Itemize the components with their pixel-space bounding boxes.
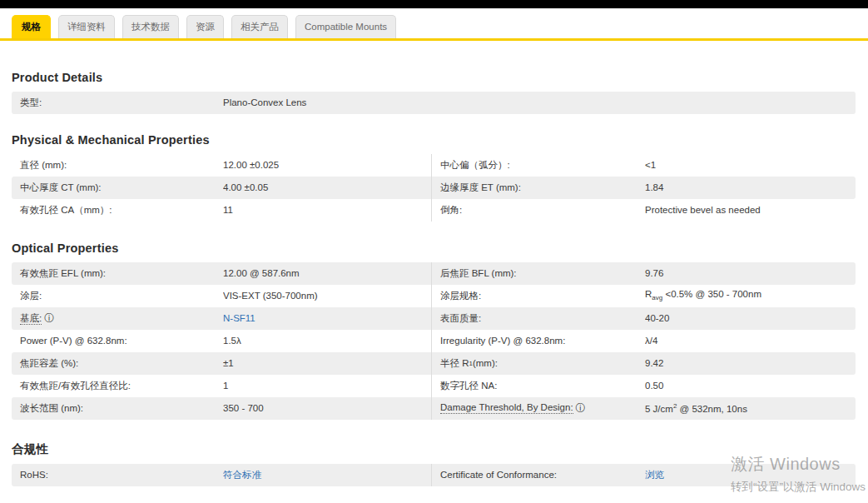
row-label-text: 涂层规格: bbox=[440, 290, 481, 302]
row-label: 后焦距 BFL (mm): bbox=[431, 262, 645, 285]
row-value: 9.42 bbox=[645, 358, 856, 368]
value-text: @ 532nm, 10ns bbox=[677, 404, 747, 414]
section-title-compliance: 合规性 bbox=[12, 441, 856, 457]
table-row: 中心厚度 CT (mm): 4.00 ±0.05 边缘厚度 ET (mm): 1… bbox=[12, 177, 856, 199]
view-certificate-link[interactable]: 浏览 bbox=[645, 470, 664, 480]
row-value: 1 bbox=[223, 381, 431, 391]
specs-content: Product Details 类型: Plano-Convex Lens Ph… bbox=[0, 71, 868, 486]
table-row: 直径 (mm): 12.00 ±0.025 中心偏（弧分）: <1 bbox=[12, 154, 856, 177]
row-label: 直径 (mm): bbox=[12, 159, 223, 172]
row-value: 0.50 bbox=[645, 381, 856, 391]
tab-technical-data[interactable]: 技术数据 bbox=[122, 15, 179, 38]
row-label: 倒角: bbox=[431, 199, 645, 222]
row-value: <1 bbox=[645, 160, 856, 170]
row-label: 基底:ⓘ bbox=[12, 311, 223, 326]
info-icon[interactable]: ⓘ bbox=[44, 312, 54, 324]
row-label: 边缘厚度 ET (mm): bbox=[431, 177, 645, 199]
substrate-label: 基底: bbox=[20, 313, 42, 325]
row-value: 12.00 @ 587.6nm bbox=[223, 268, 431, 278]
value-text: 5 J/cm bbox=[645, 404, 673, 414]
section-title-physical: Physical & Mechanical Properties bbox=[12, 133, 856, 147]
row-value: VIS-EXT (350-700nm) bbox=[223, 291, 431, 301]
row-value: Plano-Convex Lens bbox=[223, 97, 856, 107]
row-label: Power (P-V) @ 632.8nm: bbox=[12, 336, 223, 346]
tab-bar: 规格 详细资料 技术数据 资源 相关产品 Compatible Mounts bbox=[0, 15, 868, 38]
table-row: 有效孔径 CA（mm）: 11 倒角: Protective bevel as … bbox=[12, 199, 856, 222]
rohs-compliant-link[interactable]: 符合标准 bbox=[223, 470, 261, 480]
row-value: N-SF11 bbox=[223, 313, 431, 323]
row-value: 9.76 bbox=[645, 268, 856, 278]
label-text: 半径 R bbox=[440, 357, 469, 370]
table-row: 焦距容差 (%): ±1 半径 R1 (mm): 9.42 bbox=[12, 352, 856, 375]
row-label: 涂层: bbox=[12, 290, 223, 302]
row-value: 350 - 700 bbox=[223, 403, 431, 413]
row-value: 1.5λ bbox=[223, 336, 431, 346]
row-label-text: 倒角: bbox=[440, 204, 462, 217]
substrate-link[interactable]: N-SF11 bbox=[223, 313, 255, 323]
row-label-text: Certificate of Conformance: bbox=[440, 470, 557, 480]
table-row: 基底:ⓘ N-SF11 表面质量: 40-20 bbox=[12, 307, 856, 330]
tab-compatible-mounts[interactable]: Compatible Mounts bbox=[295, 15, 396, 38]
row-label-text: 中心偏（弧分）: bbox=[440, 159, 510, 172]
row-label: 波长范围 (nm): bbox=[12, 402, 223, 415]
row-value: 4.00 ±0.05 bbox=[223, 182, 431, 192]
radius-label: 半径 R1 (mm): bbox=[431, 352, 645, 375]
damage-threshold-label: Damage Threshold, By Design:ⓘ bbox=[431, 397, 645, 420]
value-text: <0.5% @ 350 - 700nm bbox=[662, 289, 761, 299]
row-label: 表面质量: bbox=[431, 307, 645, 330]
row-value: 12.00 ±0.025 bbox=[223, 160, 431, 170]
table-row: 类型: Plano-Convex Lens bbox=[12, 92, 856, 114]
row-value: 符合标准 bbox=[223, 469, 431, 481]
row-label-text: 数字孔径 NA: bbox=[440, 380, 497, 392]
row-label-text: Irregularity (P-V) @ 632.8nm: bbox=[440, 336, 565, 346]
tab-details[interactable]: 详细资料 bbox=[58, 15, 115, 38]
tab-resources[interactable]: 资源 bbox=[186, 15, 224, 38]
row-label: 有效焦距/有效孔径直径比: bbox=[12, 380, 223, 392]
row-value: ±1 bbox=[223, 358, 431, 368]
table-row: 波长范围 (nm): 350 - 700 Damage Threshold, B… bbox=[12, 397, 856, 420]
row-label: RoHS: bbox=[12, 470, 223, 480]
row-label-text: 后焦距 BFL (mm): bbox=[440, 267, 517, 280]
tab-related-products[interactable]: 相关产品 bbox=[231, 15, 288, 38]
table-row: 有效焦距 EFL (mm): 12.00 @ 587.6nm 后焦距 BFL (… bbox=[12, 262, 856, 285]
row-label-text: Damage Threshold, By Design: bbox=[440, 402, 573, 414]
row-label: 有效焦距 EFL (mm): bbox=[12, 267, 223, 280]
row-label: Certificate of Conformance: bbox=[431, 464, 645, 486]
label-text: (mm): bbox=[473, 358, 498, 368]
row-value: 40-20 bbox=[645, 313, 856, 323]
row-value: 浏览 bbox=[645, 469, 856, 481]
accent-divider bbox=[0, 38, 868, 41]
value-subscript: avg bbox=[652, 295, 662, 302]
table-row: Power (P-V) @ 632.8nm: 1.5λ Irregularity… bbox=[12, 330, 856, 352]
row-value: Protective bevel as needed bbox=[645, 205, 856, 215]
row-label: 焦距容差 (%): bbox=[12, 357, 223, 370]
row-label: 类型: bbox=[12, 97, 223, 109]
info-icon[interactable]: ⓘ bbox=[576, 401, 586, 416]
row-value: 1.84 bbox=[645, 182, 856, 192]
section-title-optical: Optical Properties bbox=[12, 242, 856, 255]
coating-spec-value: Ravg <0.5% @ 350 - 700nm bbox=[645, 289, 856, 301]
row-label: 中心偏（弧分）: bbox=[431, 154, 645, 177]
row-value: 11 bbox=[223, 205, 431, 215]
table-row: RoHS: 符合标准 Certificate of Conformance: 浏… bbox=[12, 464, 856, 486]
table-row: 涂层: VIS-EXT (350-700nm) 涂层规格: Ravg <0.5%… bbox=[12, 285, 856, 307]
section-title-product-details: Product Details bbox=[12, 71, 856, 84]
row-label: Irregularity (P-V) @ 632.8nm: bbox=[431, 330, 645, 352]
row-label: 数字孔径 NA: bbox=[431, 375, 645, 397]
row-value: λ/4 bbox=[645, 336, 856, 346]
row-label: 涂层规格: bbox=[431, 285, 645, 307]
row-label-text: 表面质量: bbox=[440, 312, 481, 325]
tab-specs[interactable]: 规格 bbox=[12, 15, 51, 38]
top-black-bar bbox=[0, 0, 868, 8]
table-row: 有效焦距/有效孔径直径比: 1 数字孔径 NA: 0.50 bbox=[12, 375, 856, 397]
damage-threshold-value: 5 J/cm2 @ 532nm, 10ns bbox=[645, 402, 856, 414]
row-label: 有效孔径 CA（mm）: bbox=[12, 204, 223, 217]
row-label-text: 边缘厚度 ET (mm): bbox=[440, 182, 521, 194]
row-label: 中心厚度 CT (mm): bbox=[12, 182, 223, 194]
